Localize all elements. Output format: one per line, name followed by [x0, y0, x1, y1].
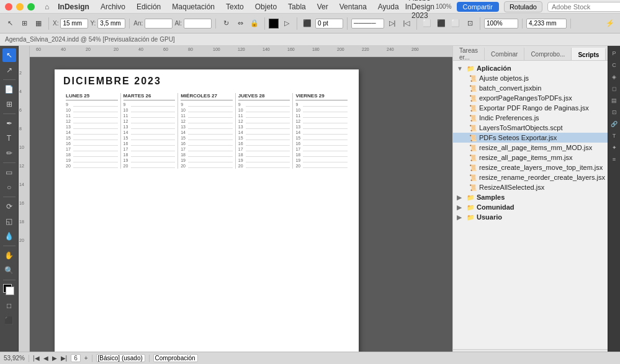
tab-scripts[interactable]: Scripts: [572, 48, 606, 60]
fill-color[interactable]: [269, 19, 279, 29]
align-icon[interactable]: ≡: [609, 154, 619, 164]
gap-tool[interactable]: ⊞: [2, 97, 16, 111]
nav-next-icon[interactable]: ▶: [52, 355, 57, 362]
gradient-tool[interactable]: ◱: [2, 215, 16, 228]
tree-section-3[interactable]: ▶📁Usuario: [453, 212, 608, 222]
links-icon[interactable]: 🔗: [609, 119, 619, 129]
selection-tool[interactable]: ↖: [2, 48, 16, 62]
share-button[interactable]: Compartir: [457, 2, 499, 12]
tree-script-item-0-2[interactable]: 📜exportPageRangesToPDFs.jsx: [453, 93, 608, 103]
page-number[interactable]: 6: [71, 354, 81, 362]
menu-texto[interactable]: Texto: [221, 1, 249, 12]
tab-comprobo[interactable]: Comprobo...: [524, 48, 572, 60]
fill-stroke-box[interactable]: [3, 284, 16, 296]
pt-input[interactable]: [315, 19, 343, 29]
normal-mode-icon[interactable]: □: [2, 299, 16, 313]
menu-archivo[interactable]: Archivo: [96, 1, 130, 12]
nav-prev-icon[interactable]: ◀: [43, 355, 48, 362]
fullscreen-button[interactable]: [27, 3, 35, 11]
tree-script-item-0-7[interactable]: 📜resize_all_page_items_mm_MOD.jsx: [453, 143, 608, 153]
menu-tabla[interactable]: Tabla: [283, 1, 311, 12]
menu-ayuda[interactable]: Ayuda: [373, 1, 404, 12]
home-icon[interactable]: ⌂: [45, 2, 49, 11]
tree-script-item-0-1[interactable]: 📜batch_convert.jsxbin: [453, 83, 608, 93]
tab-tareas[interactable]: Tareas er...: [453, 48, 485, 60]
an-input[interactable]: [145, 19, 173, 29]
hand-tool[interactable]: ✋: [2, 249, 16, 262]
menu-ver[interactable]: Ver: [312, 1, 333, 12]
lightning-icon[interactable]: ⚡: [604, 17, 616, 30]
properties-icon[interactable]: P: [609, 48, 619, 58]
mode-icon[interactable]: ▦: [32, 17, 45, 30]
arrow-end-icon[interactable]: ▷|: [386, 17, 398, 30]
select-tool-icon[interactable]: ↖: [4, 17, 16, 30]
text-wrap-icon[interactable]: T: [609, 131, 619, 141]
frame-tool[interactable]: ▭: [2, 166, 16, 179]
text-tool[interactable]: T: [2, 131, 16, 145]
minimize-button[interactable]: [16, 3, 24, 11]
tree-script-item-0-3[interactable]: 📜Exportar PDF Rango de Paginas.jsx: [453, 103, 608, 113]
check-select[interactable]: Comprobación: [153, 354, 198, 362]
zoom-tool[interactable]: 🔍: [2, 264, 16, 277]
tab-combinar[interactable]: Combinar: [485, 48, 524, 60]
stroke-arrow[interactable]: ▷: [281, 17, 293, 30]
menu-ventana[interactable]: Ventana: [335, 1, 372, 12]
transform-tool[interactable]: ⟳: [2, 200, 16, 213]
flip-h-icon[interactable]: ⇔: [234, 17, 246, 30]
search-input[interactable]: [547, 2, 620, 12]
tree-script-item-0-8[interactable]: 📜resize_all_page_items_mm.jsx: [453, 153, 608, 162]
pen-tool[interactable]: ✒: [2, 117, 16, 130]
tree-section-0[interactable]: ▼📁Aplicación: [453, 63, 608, 73]
eyedropper-tool[interactable]: 💧: [2, 229, 16, 243]
zoom-dropdown[interactable]: 100%: [484, 19, 518, 29]
tree-script-item-0-5[interactable]: 📜LayersToSmartObjects.scpt: [453, 123, 608, 133]
ellipse-tool[interactable]: ○: [2, 180, 16, 194]
tree-script-item-0-0[interactable]: 📜Ajuste objetos.js: [453, 73, 608, 83]
tree-script-item-0-4[interactable]: 📜Indic Preferences.js: [453, 113, 608, 123]
cal-time-row: 11: [66, 113, 118, 118]
x-input[interactable]: [60, 19, 88, 29]
layers-icon[interactable]: ▤: [609, 95, 619, 105]
effects-icon[interactable]: ✦: [609, 143, 619, 153]
width-input[interactable]: [526, 19, 567, 29]
pages-icon[interactable]: ⊡: [609, 107, 619, 117]
cal-time-label: 14: [181, 130, 188, 135]
direct-select-tool[interactable]: ↗: [2, 63, 16, 77]
menu-edicion[interactable]: Edición: [132, 1, 166, 12]
tree-script-item-0-6[interactable]: 📜PDFs Seteos Exportar.jsx: [453, 133, 608, 143]
rotulado-button[interactable]: Rotulado: [504, 1, 542, 12]
tree-section-2[interactable]: ▶📁Comunidad: [453, 202, 608, 212]
al-input[interactable]: [184, 19, 212, 29]
menu-objeto[interactable]: Objeto: [250, 1, 282, 12]
close-button[interactable]: [5, 3, 12, 11]
align-center-icon[interactable]: ⬛: [435, 17, 447, 30]
breadcrumb-bar: Agenda_Silvina_2024.indd @ 54% [Previsua…: [0, 33, 620, 46]
canvas-content[interactable]: DICIEMBRE 2023 LUNES 2591011121314151617…: [30, 57, 452, 364]
pencil-tool[interactable]: ✏: [2, 146, 16, 160]
y-input[interactable]: [97, 19, 125, 29]
stroke-icon[interactable]: ◻: [609, 84, 619, 94]
nav-first-icon[interactable]: |◀: [33, 355, 40, 362]
page-tool[interactable]: 📄: [2, 82, 16, 96]
transform-icon[interactable]: ⊞: [18, 17, 30, 30]
align-left-icon[interactable]: ⬜: [421, 17, 433, 30]
tree-script-item-0-10[interactable]: 📜resize_rename_reorder_create_layers.jsx: [453, 172, 608, 182]
preview-mode-icon[interactable]: ⬛: [2, 314, 16, 327]
nav-add-page-icon[interactable]: +: [84, 355, 88, 362]
color-icon[interactable]: C: [609, 60, 619, 70]
swatches-icon[interactable]: ◈: [609, 72, 619, 82]
distribute-icon[interactable]: ⊡: [464, 17, 476, 30]
tree-script-item-0-9[interactable]: 📜resize_create_layers_move_top_item.jsx: [453, 162, 608, 172]
arrow-start-icon[interactable]: |◁: [400, 17, 413, 30]
cal-time-line: [188, 135, 233, 140]
nav-last-icon[interactable]: ▶|: [61, 355, 68, 362]
menu-maquetacion[interactable]: Maquetación: [167, 1, 220, 12]
rotate-icon[interactable]: ↻: [220, 17, 232, 30]
layout-select[interactable]: [Básico] (usado): [96, 354, 145, 362]
stroke-dropdown[interactable]: ─────: [351, 19, 384, 29]
tree-section-1[interactable]: ▶📁Samples: [453, 192, 608, 202]
canvas-area: 2 4 6 8 10 12 14 16 18 20 60 40 20 20 40: [19, 46, 452, 364]
lock-icon[interactable]: 🔒: [248, 17, 261, 30]
align-right-icon[interactable]: ⬜: [449, 17, 462, 30]
tree-script-item-0-11[interactable]: 📜ResizeAllSelected.jsx: [453, 182, 608, 192]
